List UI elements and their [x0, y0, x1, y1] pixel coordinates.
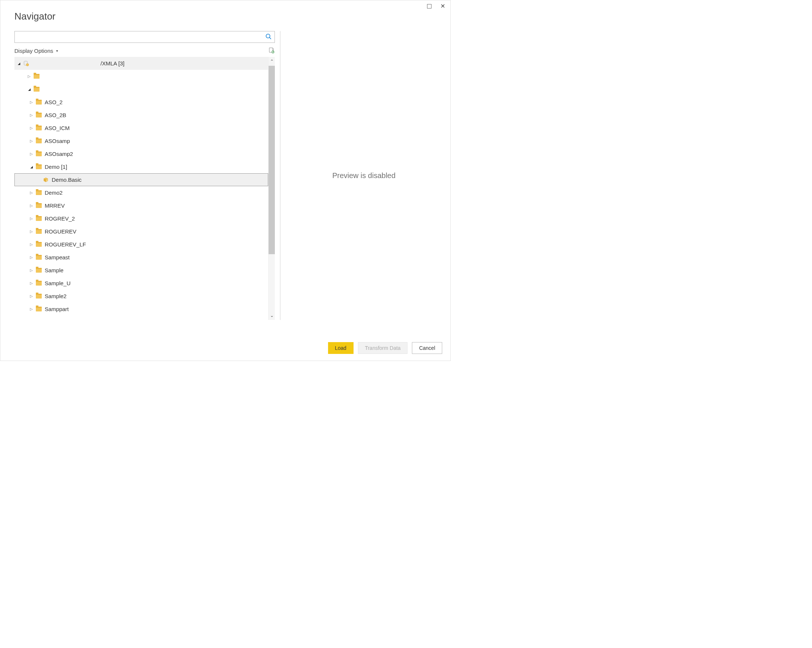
tree-item[interactable]: ROGREV_2: [14, 212, 268, 225]
expander-icon[interactable]: [29, 165, 34, 169]
tree-item-label: MRREV: [45, 202, 65, 209]
folder-icon: [36, 151, 42, 156]
folder-icon: [36, 164, 42, 169]
expander-icon[interactable]: [29, 191, 34, 195]
tree-item-label: Demo [1]: [45, 164, 67, 170]
tree-item[interactable]: [14, 83, 268, 96]
folder-icon: [36, 268, 42, 273]
tree-item[interactable]: ASOsamp: [14, 134, 268, 147]
display-options-dropdown[interactable]: Display Options ▾: [14, 47, 58, 54]
dialog-title: Navigator: [14, 11, 450, 22]
svg-line-1: [269, 37, 271, 39]
expander-icon[interactable]: [29, 217, 34, 220]
expander-icon[interactable]: [29, 139, 34, 143]
tree-item[interactable]: ASOsamp2: [14, 147, 268, 160]
expander-icon[interactable]: [29, 268, 34, 272]
tree-item-label: ASO_2B: [45, 112, 66, 118]
folder-icon: [36, 242, 42, 247]
tree-item-label: ASOsamp: [45, 138, 70, 144]
folder-icon: [36, 281, 42, 286]
display-options-label: Display Options: [14, 47, 53, 54]
folder-icon: [36, 203, 42, 208]
expander-icon[interactable]: [29, 294, 34, 298]
expander-icon[interactable]: [17, 61, 21, 66]
tree-item[interactable]: Sample: [14, 264, 268, 277]
tree-item[interactable]: Demo [1]: [14, 160, 268, 173]
folder-icon: [36, 139, 42, 143]
tree-item[interactable]: ASO_ICM: [14, 122, 268, 134]
folder-icon: [36, 125, 42, 130]
folder-icon: [36, 100, 42, 105]
folder-icon: [34, 74, 40, 79]
expander-icon[interactable]: [29, 307, 34, 311]
preview-message: Preview is disabled: [332, 171, 395, 180]
folder-icon: [36, 294, 42, 298]
expander-icon[interactable]: [27, 87, 31, 91]
tree-item[interactable]: Sample_U: [14, 277, 268, 290]
tree-item-label: ROGUEREV_LF: [45, 241, 86, 248]
expander-icon[interactable]: [29, 152, 34, 156]
transform-data-button: Transform Data: [358, 342, 408, 354]
tree-root-label: /XMLA [3]: [101, 60, 125, 67]
expander-icon[interactable]: [29, 281, 34, 285]
tree-view[interactable]: /XMLA [3] ASO_2ASO_2BASO_ICMASOsampASOsa…: [14, 57, 268, 320]
close-button[interactable]: ✕: [440, 3, 445, 9]
search-input[interactable]: [14, 31, 275, 43]
tree-item-label: Demo2: [45, 190, 63, 196]
navigator-panel: Display Options ▾: [14, 31, 275, 320]
expander-icon[interactable]: [29, 242, 34, 246]
refresh-icon[interactable]: [268, 47, 275, 54]
maximize-button[interactable]: [427, 4, 432, 9]
expander-icon[interactable]: [29, 126, 34, 130]
tree-item[interactable]: MRREV: [14, 199, 268, 212]
svg-point-4: [26, 64, 29, 66]
expander-icon[interactable]: [29, 113, 34, 117]
scroll-up-icon[interactable]: ⌃: [269, 57, 275, 66]
tree-item-selected[interactable]: Demo.Basic: [14, 173, 268, 186]
tree-item[interactable]: Sampeast: [14, 251, 268, 264]
tree-item-label: ASO_ICM: [45, 125, 70, 131]
tree-item-label: ASOsamp2: [45, 151, 73, 157]
vertical-scrollbar[interactable]: ⌃ ⌄: [268, 57, 275, 320]
folder-icon: [34, 87, 40, 92]
tree-item[interactable]: [14, 70, 268, 83]
folder-icon: [36, 190, 42, 195]
tree-item[interactable]: Demo2: [14, 186, 268, 199]
chevron-down-icon: ▾: [56, 49, 58, 53]
tree-item-label: Sampeast: [45, 254, 70, 260]
expander-icon[interactable]: [29, 229, 34, 234]
folder-icon: [36, 216, 42, 221]
tree-item[interactable]: Samppart: [14, 303, 268, 315]
expander-icon[interactable]: [29, 100, 34, 104]
tree-item-label: Sample_U: [45, 280, 70, 286]
tree-item-label: Sample: [45, 267, 64, 274]
scroll-down-icon[interactable]: ⌄: [269, 311, 275, 320]
expander-icon[interactable]: [29, 203, 34, 208]
tree-item[interactable]: ASO_2B: [14, 109, 268, 122]
cube-icon: [43, 177, 49, 183]
scroll-thumb[interactable]: [269, 66, 275, 254]
tree-item[interactable]: ROGUEREV_LF: [14, 238, 268, 251]
expander-icon[interactable]: [27, 74, 31, 78]
folder-icon: [36, 113, 42, 118]
tree-item-label: ROGUEREV: [45, 228, 76, 235]
tree-item[interactable]: ROGUEREV: [14, 225, 268, 238]
folder-icon: [36, 255, 42, 260]
tree-item-label: Demo.Basic: [52, 177, 82, 183]
expander-icon[interactable]: [29, 255, 34, 259]
tree-item-label: ROGREV_2: [45, 215, 75, 222]
load-button[interactable]: Load: [328, 342, 354, 354]
tree-item[interactable]: Sample2: [14, 290, 268, 303]
folder-icon: [36, 307, 42, 312]
svg-point-0: [266, 34, 270, 38]
folder-icon: [36, 229, 42, 234]
search-icon[interactable]: [265, 33, 272, 40]
tree-item-label: ASO_2: [45, 99, 63, 105]
tree-item-label: Samppart: [45, 306, 69, 312]
tree-item-label: Sample2: [45, 293, 67, 299]
tree-root[interactable]: /XMLA [3]: [14, 57, 268, 70]
tree-item[interactable]: ASO_2: [14, 96, 268, 109]
cancel-button[interactable]: Cancel: [412, 342, 442, 354]
database-icon: [23, 61, 29, 67]
preview-panel: Preview is disabled: [285, 31, 442, 320]
